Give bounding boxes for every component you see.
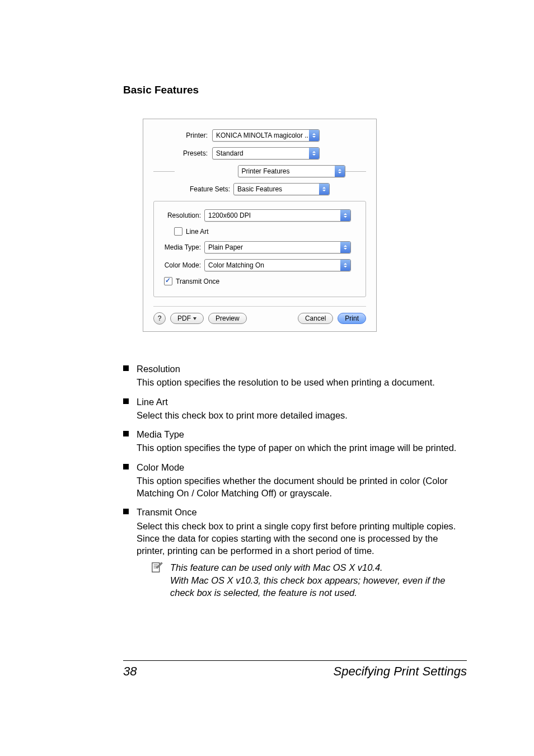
- pdf-label: PDF: [177, 314, 191, 322]
- pane-select[interactable]: Printer Features: [238, 165, 345, 177]
- line-art-label: Line Art: [186, 228, 209, 236]
- item-title: Transmit Once: [137, 506, 467, 518]
- color-mode-label: Color Mode:: [162, 261, 204, 269]
- presets-label: Presets:: [153, 149, 212, 157]
- square-bullet-icon: [123, 365, 129, 371]
- feature-sets-select[interactable]: Basic Features: [233, 183, 330, 195]
- list-item: Color Mode This option specifies whether…: [123, 461, 467, 500]
- square-bullet-icon: [123, 431, 129, 436]
- footer-title: Specifying Print Settings: [334, 664, 467, 679]
- item-title: Resolution: [137, 363, 435, 375]
- chevron-down-icon: [193, 317, 196, 320]
- printer-label: Printer:: [153, 132, 212, 139]
- item-desc: Select this check box to print a single …: [137, 520, 467, 557]
- chevron-updown-icon: [340, 242, 350, 253]
- print-dialog: Printer: KONICA MINOLTA magicolor ... Pr…: [143, 119, 377, 332]
- note-icon: [150, 561, 165, 599]
- section-title: Basic Features: [123, 84, 467, 96]
- print-button[interactable]: Print: [338, 313, 366, 324]
- help-button[interactable]: ?: [153, 312, 166, 325]
- chevron-updown-icon: [340, 260, 350, 271]
- square-bullet-icon: [123, 464, 129, 469]
- preview-label: Preview: [216, 314, 240, 322]
- cancel-label: Cancel: [305, 314, 326, 322]
- item-desc: This option specifies whether the docume…: [137, 475, 467, 500]
- color-mode-value: Color Matching On: [205, 261, 340, 269]
- feature-sets-label: Feature Sets:: [190, 185, 233, 193]
- chevron-updown-icon: [309, 148, 319, 159]
- resolution-select[interactable]: 1200x600 DPI: [204, 209, 351, 222]
- pdf-button[interactable]: PDF: [170, 313, 204, 324]
- square-bullet-icon: [123, 509, 129, 514]
- feature-sets-value: Basic Features: [234, 185, 319, 193]
- presets-select-value: Standard: [213, 149, 309, 157]
- pane-select-value: Printer Features: [238, 167, 335, 175]
- list-item: Media Type This option specifies the typ…: [123, 428, 467, 454]
- preview-button[interactable]: Preview: [208, 313, 247, 324]
- resolution-value: 1200x600 DPI: [205, 212, 340, 219]
- list-item: Resolution This option specifies the res…: [123, 363, 467, 389]
- chevron-updown-icon: [335, 166, 345, 177]
- resolution-label: Resolution:: [162, 212, 204, 219]
- help-label: ?: [158, 314, 162, 322]
- transmit-once-checkbox[interactable]: ✓: [164, 277, 172, 285]
- item-title: Media Type: [137, 428, 456, 440]
- feature-list: Resolution This option specifies the res…: [123, 363, 467, 599]
- cancel-button[interactable]: Cancel: [298, 313, 333, 324]
- square-bullet-icon: [123, 398, 129, 404]
- chevron-updown-icon: [309, 130, 319, 141]
- presets-select[interactable]: Standard: [212, 147, 320, 159]
- chevron-updown-icon: [319, 184, 329, 195]
- item-desc: This option specifies the resolution to …: [137, 376, 435, 388]
- media-type-select[interactable]: Plain Paper: [204, 241, 351, 253]
- printer-select[interactable]: KONICA MINOLTA magicolor ...: [212, 129, 320, 142]
- transmit-once-label: Transmit Once: [176, 278, 219, 285]
- list-item: Transmit Once Select this check box to p…: [123, 506, 467, 599]
- media-type-value: Plain Paper: [205, 243, 340, 251]
- basic-features-group: Resolution: 1200x600 DPI Line Art Media …: [153, 201, 366, 297]
- page-number: 38: [123, 664, 137, 679]
- item-desc: This option specifies the type of paper …: [137, 442, 456, 454]
- note-text: This feature can be used only with Mac O…: [170, 561, 467, 599]
- line-art-checkbox[interactable]: [174, 227, 182, 236]
- item-desc: Select this check box to print more deta…: [137, 409, 348, 421]
- printer-select-value: KONICA MINOLTA magicolor ...: [213, 132, 309, 139]
- chevron-updown-icon: [340, 210, 350, 221]
- item-title: Line Art: [137, 396, 348, 408]
- list-item: Line Art Select this check box to print …: [123, 396, 467, 422]
- media-type-label: Media Type:: [162, 243, 204, 251]
- item-title: Color Mode: [137, 461, 467, 473]
- color-mode-select[interactable]: Color Matching On: [204, 259, 351, 271]
- print-label: Print: [345, 314, 359, 322]
